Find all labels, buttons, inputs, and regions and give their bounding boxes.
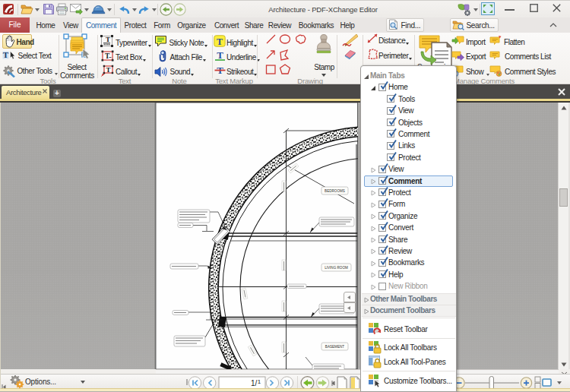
svg-text:1/: 1/ bbox=[251, 379, 257, 387]
svg-text:BASEMENT: BASEMENT bbox=[325, 345, 344, 349]
svg-text:LIVING ROOM: LIVING ROOM bbox=[325, 266, 348, 270]
svg-text:T: T bbox=[217, 36, 223, 47]
svg-text:T: T bbox=[106, 36, 110, 43]
svg-text:T: T bbox=[105, 52, 110, 60]
svg-text:T: T bbox=[3, 51, 9, 59]
svg-text:T: T bbox=[106, 66, 111, 74]
svg-text:BEDROOMS: BEDROOMS bbox=[325, 189, 345, 193]
svg-text:T: T bbox=[217, 50, 223, 61]
